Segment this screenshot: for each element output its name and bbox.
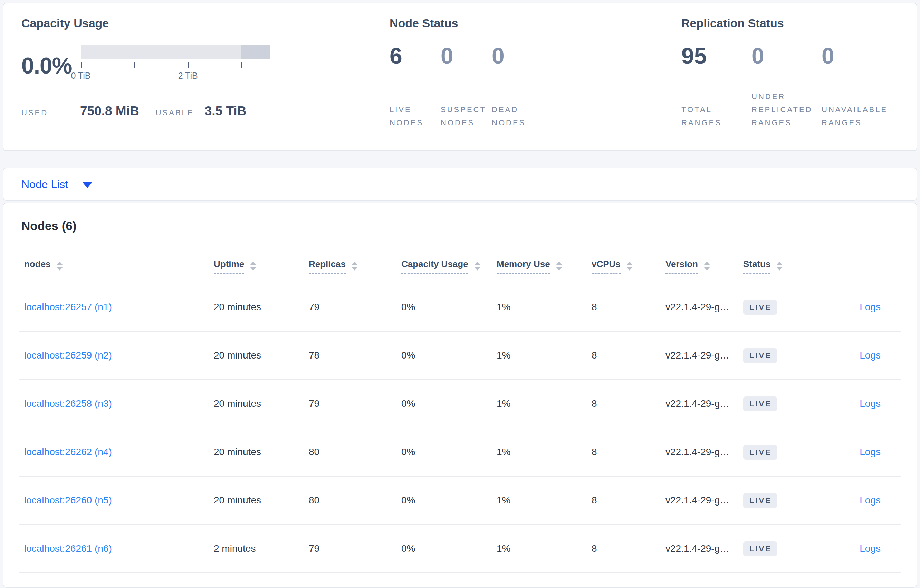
total-ranges-stat: 95 TOTAL RANGES bbox=[681, 45, 752, 129]
axis-tick bbox=[188, 62, 189, 68]
column-header-nodes[interactable]: nodes bbox=[19, 259, 214, 274]
uptime-cell: 20 minutes bbox=[214, 398, 309, 409]
logs-link[interactable]: Logs bbox=[860, 495, 881, 506]
vcpus-cell: 8 bbox=[591, 350, 666, 361]
table-row: localhost:26257 (n1) 20 minutes 79 0% 1%… bbox=[19, 283, 901, 332]
node-list-dropdown-label: Node List bbox=[21, 178, 68, 191]
nodes-table: nodes Uptime Replicas Capacity Usage Mem… bbox=[19, 249, 901, 573]
total-ranges-value: 95 bbox=[681, 45, 752, 67]
vcpus-cell: 8 bbox=[591, 398, 666, 409]
version-cell: v22.1.4-29-g… bbox=[666, 398, 743, 409]
node-list-dropdown[interactable]: Node List bbox=[21, 178, 92, 191]
node-cell: localhost:26257 (n1) bbox=[19, 302, 214, 313]
memory-use-cell: 1% bbox=[497, 350, 591, 361]
capacity-bar-track bbox=[81, 45, 270, 59]
column-header-memory-use[interactable]: Memory Use bbox=[497, 259, 591, 274]
version-cell: v22.1.4-29-g… bbox=[666, 543, 743, 554]
vcpus-cell: 8 bbox=[591, 543, 666, 554]
column-header-replicas[interactable]: Replicas bbox=[309, 259, 401, 274]
dead-nodes-value: 0 bbox=[492, 45, 543, 67]
node-link[interactable]: localhost:26258 (n3) bbox=[24, 398, 112, 409]
version-cell: v22.1.4-29-g… bbox=[666, 446, 743, 457]
memory-use-cell: 1% bbox=[497, 543, 591, 554]
node-link[interactable]: localhost:26260 (n5) bbox=[24, 495, 112, 506]
usable-value: 3.5 TiB bbox=[205, 104, 246, 118]
column-header-status[interactable]: Status bbox=[743, 259, 823, 274]
capacity-usage-cell: 0% bbox=[401, 495, 497, 506]
table-header-row: nodes Uptime Replicas Capacity Usage Mem… bbox=[19, 249, 901, 283]
dead-nodes-stat: 0 DEAD NODES bbox=[492, 45, 543, 129]
used-label: USED bbox=[21, 108, 80, 117]
live-nodes-label: LIVE NODES bbox=[390, 103, 434, 129]
capacity-bar-reserved-segment bbox=[241, 45, 270, 59]
capacity-gauge: 0.0% 0 TiB 2 TiB bbox=[21, 45, 390, 81]
table-row: localhost:26258 (n3) 20 minutes 79 0% 1%… bbox=[19, 380, 901, 428]
logs-link[interactable]: Logs bbox=[860, 350, 881, 360]
logs-link[interactable]: Logs bbox=[860, 543, 881, 554]
sort-icon bbox=[57, 262, 63, 271]
sort-icon bbox=[776, 262, 782, 271]
status-cell: LIVE bbox=[743, 445, 823, 460]
sort-icon bbox=[474, 262, 480, 271]
column-header-vcpus[interactable]: vCPUs bbox=[591, 259, 666, 274]
logs-link[interactable]: Logs bbox=[860, 398, 881, 409]
status-cell: LIVE bbox=[743, 300, 823, 315]
node-link[interactable]: localhost:26261 (n6) bbox=[24, 543, 112, 554]
node-cell: localhost:26262 (n4) bbox=[19, 446, 214, 457]
replicas-cell: 79 bbox=[309, 302, 401, 313]
table-body: localhost:26257 (n1) 20 minutes 79 0% 1%… bbox=[19, 283, 901, 573]
table-row: localhost:26259 (n2) 20 minutes 78 0% 1%… bbox=[19, 332, 901, 380]
logs-cell: Logs bbox=[823, 446, 901, 457]
axis-tick bbox=[134, 62, 135, 68]
sort-icon bbox=[627, 262, 633, 271]
node-status-stats: 6 LIVE NODES 0 SUSPECT NODES 0 DEAD NODE… bbox=[390, 45, 681, 129]
logs-cell: Logs bbox=[823, 302, 901, 313]
node-link[interactable]: localhost:26257 (n1) bbox=[24, 302, 112, 312]
used-value: 750.8 MiB bbox=[80, 104, 139, 118]
version-cell: v22.1.4-29-g… bbox=[666, 495, 743, 506]
table-row: localhost:26260 (n5) 20 minutes 80 0% 1%… bbox=[19, 477, 901, 525]
memory-use-cell: 1% bbox=[497, 398, 591, 409]
status-cell: LIVE bbox=[743, 348, 823, 363]
column-header-capacity-usage[interactable]: Capacity Usage bbox=[401, 259, 497, 274]
capacity-usage-title: Capacity Usage bbox=[21, 16, 390, 30]
status-cell: LIVE bbox=[743, 396, 823, 411]
memory-use-cell: 1% bbox=[497, 302, 591, 313]
cluster-summary-card: Capacity Usage 0.0% 0 TiB 2 TiB bbox=[3, 3, 917, 151]
node-cell: localhost:26261 (n6) bbox=[19, 543, 214, 554]
suspect-nodes-stat: 0 SUSPECT NODES bbox=[441, 45, 492, 129]
unavailable-ranges-value: 0 bbox=[821, 45, 892, 67]
replicas-cell: 79 bbox=[309, 543, 401, 554]
logs-link[interactable]: Logs bbox=[860, 302, 881, 312]
node-status-section: Node Status 6 LIVE NODES 0 SUSPECT NODES… bbox=[390, 16, 681, 140]
axis-label-0tib: 0 TiB bbox=[71, 71, 91, 81]
unavailable-ranges-label: UNAVAILABLE RANGES bbox=[821, 103, 891, 129]
dead-nodes-label: DEAD NODES bbox=[492, 103, 537, 129]
nodes-table-title: Nodes (6) bbox=[21, 219, 899, 233]
node-link[interactable]: localhost:26262 (n4) bbox=[24, 446, 112, 457]
uptime-cell: 20 minutes bbox=[214, 350, 309, 361]
replicas-cell: 79 bbox=[309, 398, 401, 409]
table-row: localhost:26261 (n6) 2 minutes 79 0% 1% … bbox=[19, 525, 901, 573]
axis-tick bbox=[81, 62, 82, 68]
node-link[interactable]: localhost:26259 (n2) bbox=[24, 350, 112, 360]
column-header-version[interactable]: Version bbox=[666, 259, 743, 274]
capacity-bar: 0 TiB 2 TiB bbox=[81, 45, 270, 81]
live-status-badge: LIVE bbox=[743, 541, 777, 556]
column-header-uptime[interactable]: Uptime bbox=[214, 259, 309, 274]
vcpus-cell: 8 bbox=[591, 495, 666, 506]
logs-cell: Logs bbox=[823, 350, 901, 361]
uptime-cell: 20 minutes bbox=[214, 446, 309, 457]
table-row: localhost:26262 (n4) 20 minutes 80 0% 1%… bbox=[19, 428, 901, 477]
unavailable-ranges-stat: 0 UNAVAILABLE RANGES bbox=[821, 45, 892, 129]
nodes-table-card: Nodes (6) nodes Uptime Replicas Capacity… bbox=[3, 203, 917, 588]
under-replicated-ranges-label: UNDER-REPLICATED RANGES bbox=[752, 90, 821, 129]
logs-link[interactable]: Logs bbox=[860, 446, 881, 457]
live-status-badge: LIVE bbox=[743, 396, 777, 411]
live-status-badge: LIVE bbox=[743, 445, 777, 460]
memory-use-cell: 1% bbox=[497, 446, 591, 457]
node-cell: localhost:26258 (n3) bbox=[19, 398, 214, 409]
capacity-axis-labels: 0 TiB 2 TiB bbox=[81, 71, 270, 81]
under-replicated-ranges-value: 0 bbox=[752, 45, 821, 67]
live-status-badge: LIVE bbox=[743, 493, 777, 508]
